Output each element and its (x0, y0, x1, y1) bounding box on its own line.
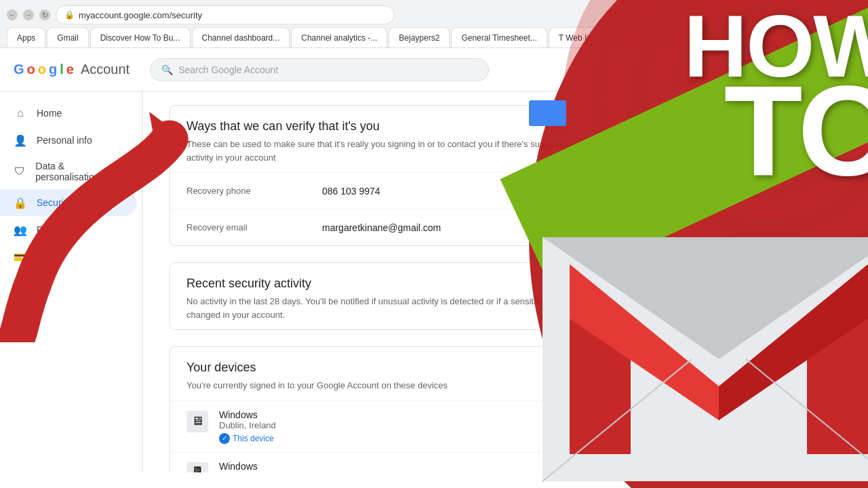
device-location-windows2: Dublin, Ireland - 13:54 (219, 472, 572, 473)
device-icon-windows2: 📱 (186, 462, 208, 473)
security-icon: 🔒 (14, 196, 27, 209)
tab-timesheet[interactable]: General Timesheet... (451, 27, 547, 47)
recovery-phone-row[interactable]: Recovery phone 086 103 9974 › (170, 172, 603, 209)
refresh-button[interactable]: ↻ (39, 9, 50, 20)
browser-top: ← → ↻ 🔒 myaccount.google.com/security (0, 0, 868, 24)
activity-desc: No activity in the last 28 days. You'll … (186, 295, 587, 321)
app-header: Google Account 🔍 Search Google Account (0, 48, 868, 92)
tab-apps[interactable]: Apps (7, 27, 45, 47)
lock-icon: 🔒 (64, 10, 75, 20)
main-content: Ways that we can verify that it's you Th… (142, 92, 631, 472)
recovery-phone-label: Recovery phone (186, 186, 322, 196)
recovery-email-row[interactable]: Recovery email margaretkinane@gmail.com … (170, 209, 603, 245)
verify-title: Ways that we can verify that it's you (186, 119, 587, 134)
search-box[interactable]: 🔍 Search Google Account (150, 58, 489, 81)
sidebar-label-home: Home (37, 108, 62, 119)
search-placeholder: Search Google Account (178, 64, 278, 75)
tab-bejaypers[interactable]: Bejaypers2 (389, 27, 450, 47)
device2-arrow: › (583, 461, 587, 473)
verify-header: Ways that we can verify that it's you Th… (170, 106, 603, 172)
tab-channel-dash[interactable]: Channel dashboard... (192, 27, 290, 47)
devices-header: Your devices You're currently signed in … (170, 347, 603, 401)
verify-section: Ways that we can verify that it's you Th… (170, 105, 604, 246)
device-name-windows2: Windows (219, 461, 572, 472)
device-info-windows1: Windows Dublin, Ireland ✓ This device (219, 409, 572, 444)
sidebar-label-people: People (37, 224, 66, 235)
device-badge-this: ✓ This device (219, 433, 572, 444)
devices-title: Your devices (186, 361, 587, 375)
tab-channel-analytics[interactable]: Channel analytics -... (291, 27, 387, 47)
device-name-windows1: Windows (219, 409, 572, 420)
this-device-text: This device (233, 434, 274, 443)
search-icon: 🔍 (161, 64, 173, 75)
sidebar-item-data[interactable]: 🛡 Data & personalisation (0, 154, 136, 189)
tab-discover[interactable]: Discover How To Bu... (90, 27, 191, 47)
devices-section: Your devices You're currently signed in … (170, 346, 604, 472)
account-title: Account (81, 62, 130, 77)
browser-chrome: ← → ↻ 🔒 myaccount.google.com/security Ap… (0, 0, 868, 48)
sidebar-label-data: Data & personalisation (35, 161, 123, 182)
sidebar-item-payments[interactable]: 💳 P... (0, 243, 136, 270)
recovery-email-value: margaretkinane@gmail.com (322, 222, 583, 233)
sidebar-label-security: Security (37, 197, 71, 208)
data-icon: 🛡 (14, 165, 26, 178)
verify-desc: These can be used to make sure that it's… (186, 138, 587, 164)
activity-title: Recent security activity (186, 277, 587, 291)
sidebar-item-security[interactable]: 🔒 Security (0, 189, 136, 216)
payments-icon: 💳 (14, 250, 27, 264)
activity-header: Recent security activity No activity in … (170, 263, 603, 329)
sidebar-item-home[interactable]: ⌂ Home (0, 100, 136, 127)
content-area: ⌂ Home 👤 Personal info 🛡 Data & personal… (0, 92, 868, 472)
tab-tweb[interactable]: T Web In... (549, 27, 608, 47)
recovery-phone-value: 086 103 9974 (322, 186, 583, 197)
app-container: Google Account 🔍 Search Google Account ⌂… (0, 48, 868, 472)
device-location-windows1: Dublin, Ireland (219, 420, 572, 430)
phone-row-arrow: › (583, 184, 587, 198)
device-item-windows1[interactable]: 🖥 Windows Dublin, Ireland ✓ This device … (170, 401, 603, 452)
badge-dot: ✓ (219, 433, 230, 444)
home-icon: ⌂ (14, 106, 27, 120)
people-icon: 👥 (14, 223, 27, 237)
device1-arrow: › (583, 409, 587, 424)
sidebar: ⌂ Home 👤 Personal info 🛡 Data & personal… (0, 92, 142, 472)
device-icon-windows1: 🖥 (186, 411, 208, 432)
address-bar[interactable]: 🔒 myaccount.google.com/security (56, 5, 395, 24)
device-info-windows2: Windows Dublin, Ireland - 13:54 (219, 461, 572, 473)
tab-gmail[interactable]: Gmail (47, 27, 88, 47)
person-icon: 👤 (14, 134, 27, 147)
device-item-windows2[interactable]: 📱 Windows Dublin, Ireland - 13:54 › (170, 452, 603, 473)
tabs-bar: Apps Gmail Discover How To Bu... Channel… (0, 24, 868, 47)
sidebar-label-personal: Personal info (37, 135, 92, 146)
devices-desc: You're currently signed in to your Googl… (186, 379, 587, 392)
google-logo: Google (14, 62, 74, 77)
recovery-email-label: Recovery email (186, 222, 322, 232)
recent-activity-section: Recent security activity No activity in … (170, 262, 604, 330)
sidebar-label-payments: P... (37, 251, 50, 262)
forward-button[interactable]: → (23, 9, 34, 20)
sidebar-item-personal[interactable]: 👤 Personal info (0, 127, 136, 154)
back-button[interactable]: ← (7, 9, 18, 20)
sidebar-item-people[interactable]: 👥 People (0, 216, 136, 243)
email-row-arrow: › (583, 220, 587, 235)
url-text: myaccount.google.com/security (79, 10, 202, 20)
